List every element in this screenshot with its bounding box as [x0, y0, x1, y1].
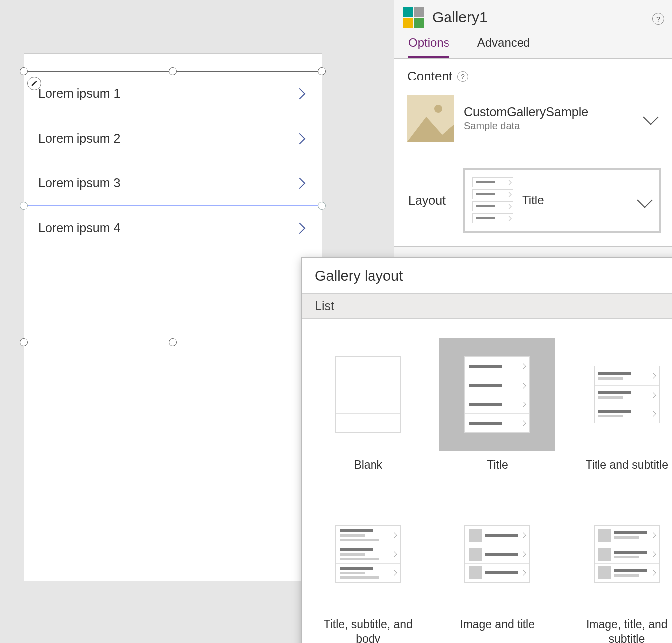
data-source-sub: Sample data: [464, 120, 659, 132]
chevron-down-icon[interactable]: [637, 192, 652, 208]
layout-option-title-subtitle-body[interactable]: Title, subtitle, and body: [306, 494, 430, 643]
layout-thumb-icon: [335, 525, 401, 583]
panel-title: Gallery1: [432, 9, 488, 26]
layout-selected-text: Title: [522, 193, 630, 207]
content-heading: Content ?: [407, 69, 659, 84]
edit-gallery-button[interactable]: [27, 77, 41, 90]
template-resize-handle[interactable]: [20, 202, 28, 210]
layout-option-title-subtitle[interactable]: Title and subtitle: [565, 334, 672, 476]
layout-dropdown[interactable]: Title: [463, 168, 661, 233]
gallery-row-title: Lorem ipsum 3: [38, 176, 120, 190]
content-heading-text: Content: [407, 69, 452, 84]
resize-handle[interactable]: [318, 67, 326, 75]
gallery-row[interactable]: Lorem ipsum 4: [24, 206, 322, 250]
content-section: Content ? CustomGallerySample Sample dat…: [394, 58, 672, 154]
template-resize-handle[interactable]: [318, 202, 326, 210]
gallery-icon: [403, 7, 424, 28]
gallery-row[interactable]: Lorem ipsum 3: [24, 161, 322, 206]
image-placeholder-icon: [407, 95, 454, 142]
pencil-icon: [31, 80, 38, 87]
layout-thumb-icon: [464, 525, 530, 583]
layout-thumb-icon: [594, 525, 660, 583]
layout-label: Layout: [408, 193, 446, 208]
panel-header: Gallery1 ?: [394, 0, 672, 28]
data-source-picker[interactable]: CustomGallerySample Sample data: [407, 95, 659, 142]
gallery-row-title: Lorem ipsum 1: [38, 86, 120, 101]
popup-category: List: [302, 293, 672, 319]
gallery-layout-popup: Gallery layout List Blank Title: [301, 257, 672, 643]
layout-option-title[interactable]: Title: [435, 334, 559, 476]
tab-options[interactable]: Options: [408, 36, 449, 58]
resize-handle[interactable]: [20, 338, 28, 346]
layout-thumb-icon: [464, 356, 530, 433]
layout-option-label: Title: [487, 458, 508, 472]
tab-advanced[interactable]: Advanced: [477, 36, 530, 58]
layout-option-label: Image and title: [460, 617, 535, 632]
layout-option-label: Title and subtitle: [586, 458, 669, 472]
chevron-right-icon[interactable]: [295, 133, 306, 144]
layout-section: Layout Title: [394, 154, 672, 247]
resize-handle[interactable]: [169, 338, 177, 346]
gallery-control[interactable]: Lorem ipsum 1 Lorem ipsum 2 Lorem ipsum …: [24, 71, 322, 342]
svg-point-1: [434, 105, 442, 113]
panel-tabs: Options Advanced: [394, 28, 672, 58]
chevron-right-icon[interactable]: [295, 222, 306, 234]
gallery-row-title: Lorem ipsum 4: [38, 221, 120, 235]
help-icon[interactable]: ?: [457, 71, 468, 82]
gallery-row[interactable]: Lorem ipsum 1: [24, 72, 322, 116]
layout-option-label: Title, subtitle, and body: [316, 617, 420, 643]
layout-option-label: Blank: [354, 458, 382, 472]
layout-thumb-icon: [335, 356, 401, 433]
resize-handle[interactable]: [169, 67, 177, 75]
layout-option-label: Image, title, and subtitle: [575, 617, 672, 643]
help-icon[interactable]: ?: [652, 13, 664, 25]
chevron-right-icon[interactable]: [295, 88, 306, 99]
gallery-row[interactable]: Lorem ipsum 2: [24, 116, 322, 161]
layout-thumb-icon: [594, 366, 660, 423]
resize-handle[interactable]: [20, 67, 28, 75]
layout-option-image-title-subtitle[interactable]: Image, title, and subtitle: [565, 494, 672, 643]
popup-body: Blank Title Title and subti: [302, 319, 672, 643]
layout-option-blank[interactable]: Blank: [306, 334, 430, 476]
layout-option-image-title[interactable]: Image and title: [435, 494, 559, 643]
data-source-name: CustomGallerySample: [464, 105, 659, 119]
popup-title: Gallery layout: [302, 258, 672, 293]
layout-thumbnail-icon: [472, 177, 513, 223]
gallery-row-title: Lorem ipsum 2: [38, 131, 120, 146]
chevron-right-icon[interactable]: [295, 177, 306, 189]
